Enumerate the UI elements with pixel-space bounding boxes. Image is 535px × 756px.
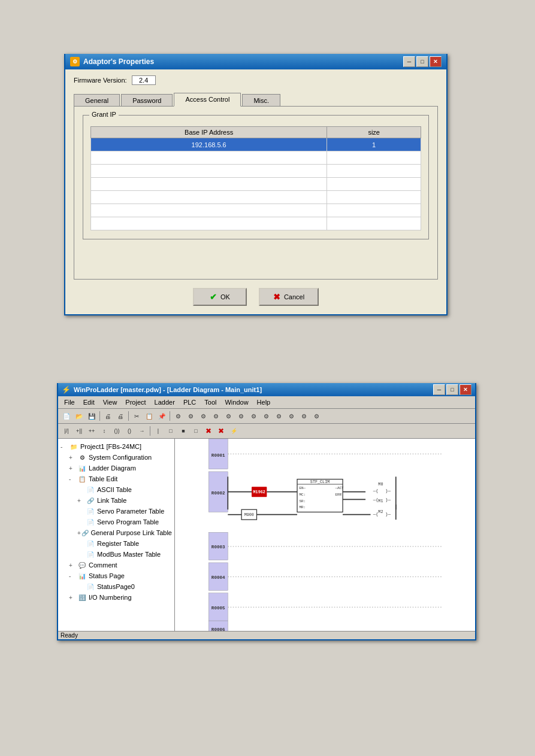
tb-b1[interactable]: ⚙ xyxy=(172,410,184,422)
tree-item-ascii[interactable]: 📄 ASCII Table xyxy=(76,484,173,495)
tab-access-control[interactable]: Access Control xyxy=(174,93,241,107)
tb-new[interactable]: 📄 xyxy=(61,410,72,422)
tree-item-register[interactable]: 📄 Register Table xyxy=(76,538,173,549)
menu-edit[interactable]: Edit xyxy=(80,397,98,407)
table-row[interactable] xyxy=(91,204,421,217)
winpro-restore-button[interactable]: □ xyxy=(446,384,458,395)
tb2-b8[interactable]: | xyxy=(152,425,164,437)
toolbar-row-1: 📄 📂 💾 🖨 🖨 ✂ 📋 📌 ⚙ ⚙ ⚙ ⚙ ⚙ ⚙ ⚙ ⚙ ⚙ ⚙ ⚙ ⚙ xyxy=(58,409,475,424)
tb2-b5[interactable]: ()) xyxy=(111,425,123,437)
table-row[interactable] xyxy=(91,165,421,178)
tree-icon: 📄 xyxy=(86,549,95,559)
tabs-row: General Password Access Control Misc. xyxy=(74,92,438,106)
svg-text:—(: —( xyxy=(373,488,379,493)
tb2-b3[interactable]: ++ xyxy=(86,425,98,437)
tb-print[interactable]: 🖨 xyxy=(102,410,114,422)
rung-r0005: R0005 xyxy=(208,593,442,621)
tb-b6[interactable]: ⚙ xyxy=(235,410,247,422)
cancel-button[interactable]: ✖ Cancel xyxy=(259,288,319,306)
tree-item-syscfg[interactable]: + ⚙ System Configuration xyxy=(68,452,173,463)
svg-text:)—: )— xyxy=(385,512,391,517)
menu-ladder[interactable]: Ladder xyxy=(151,397,179,407)
ip-cell xyxy=(91,151,327,165)
tb2-b9[interactable]: □ xyxy=(165,425,177,437)
menu-tool[interactable]: Tool xyxy=(201,397,220,407)
tb-b8[interactable]: ⚙ xyxy=(260,410,272,422)
tb-b5[interactable]: ⚙ xyxy=(222,410,234,422)
tree-icon: 🔢 xyxy=(77,593,87,602)
expand-icon: - xyxy=(69,573,77,579)
tb2-b10[interactable]: ■ xyxy=(177,425,189,437)
tb-cut[interactable]: ✂ xyxy=(131,410,143,422)
tb2-b7[interactable]: → xyxy=(136,425,148,437)
tree-item-modbus[interactable]: 📄 ModBus Master Table xyxy=(76,549,173,560)
menu-file[interactable]: File xyxy=(61,397,78,407)
tree-icon: 📊 xyxy=(77,571,87,581)
svg-text:)—: )— xyxy=(385,488,391,493)
tb-b10[interactable]: ⚙ xyxy=(285,410,297,422)
svg-text:MC:: MC: xyxy=(299,493,306,497)
tree-item-gp-link[interactable]: + 🔗 General Purpose Link Table xyxy=(76,527,173,538)
tree-item-link[interactable]: + 🔗 Link Table xyxy=(76,495,173,506)
expand-icon: + xyxy=(69,465,77,472)
dialog-window: ⚙ Adaptor's Properties ─ □ ✕ Firmware Ve… xyxy=(64,54,448,315)
tab-misc[interactable]: Misc. xyxy=(242,94,280,107)
menu-window[interactable]: Window xyxy=(221,397,252,407)
svg-text:)—: )— xyxy=(385,497,391,502)
tb-paste[interactable]: 📌 xyxy=(156,410,168,422)
tb-b2[interactable]: ⚙ xyxy=(185,410,197,422)
tb2-b6[interactable]: () xyxy=(123,425,135,437)
tb-print2[interactable]: 🖨 xyxy=(114,410,126,422)
tree-item-servo-prog[interactable]: 📄 Servo Program Table xyxy=(76,517,173,527)
winpro-minimize-button[interactable]: ─ xyxy=(433,384,445,395)
table-row[interactable] xyxy=(91,217,421,230)
menu-plc[interactable]: PLC xyxy=(180,397,200,407)
svg-text:STF_CLIM: STF_CLIM xyxy=(310,479,330,484)
menu-view[interactable]: View xyxy=(99,397,121,407)
ladder-area[interactable]: R0001 R0002 M1962 xyxy=(175,439,475,631)
table-row[interactable]: 192.168.5.6 1 xyxy=(91,138,421,151)
menu-help[interactable]: Help xyxy=(253,397,274,407)
tb2-b4[interactable]: ↕ xyxy=(98,425,110,437)
tb2-b11[interactable]: □ xyxy=(190,425,202,437)
tb-b7[interactable]: ⚙ xyxy=(247,410,259,422)
ok-button[interactable]: ✔ OK xyxy=(193,288,247,306)
tree-item-status-page[interactable]: - 📊 Status Page xyxy=(68,570,173,581)
tb-b3[interactable]: ⚙ xyxy=(197,410,209,422)
tab-general[interactable]: General xyxy=(74,94,120,107)
tab-password[interactable]: Password xyxy=(121,94,173,107)
svg-text:R0004: R0004 xyxy=(211,575,225,580)
tree-item-io-numbering[interactable]: + 🔢 I/O Numbering xyxy=(68,592,173,603)
tb-b4[interactable]: ⚙ xyxy=(210,410,222,422)
size-cell xyxy=(327,204,421,217)
table-row[interactable] xyxy=(91,151,421,165)
tree-item-comment[interactable]: + 💬 Comment xyxy=(68,560,173,570)
tb2-b1[interactable]: |/| xyxy=(61,425,72,437)
tb-b12[interactable]: ⚙ xyxy=(310,410,322,422)
minimize-button[interactable]: ─ xyxy=(403,56,415,67)
tree-item-statuspage0[interactable]: 📄 StatusPage0 xyxy=(76,581,173,592)
tree-label: ModBus Master Table xyxy=(97,551,161,558)
tb-copy[interactable]: 📋 xyxy=(143,410,155,422)
tb2-b13[interactable]: ⚡ xyxy=(228,425,240,437)
table-row[interactable] xyxy=(91,191,421,204)
size-cell xyxy=(327,178,421,191)
tb-open[interactable]: 📂 xyxy=(73,410,85,422)
tb-save[interactable]: 💾 xyxy=(86,410,98,422)
tree-item-ladder[interactable]: + 📊 Ladder Diagram xyxy=(68,463,173,473)
table-row[interactable] xyxy=(91,178,421,191)
tree-root[interactable]: - 📁 Project1 [FBs-24MC] xyxy=(59,441,173,452)
tb-b11[interactable]: ⚙ xyxy=(298,410,310,422)
tb2-delete[interactable]: ✖ xyxy=(202,425,214,437)
tb2-b12[interactable]: ✖ xyxy=(215,425,227,437)
restore-button[interactable]: □ xyxy=(416,56,428,67)
svg-text:SR:: SR: xyxy=(299,499,306,503)
winpro-close-button[interactable]: ✕ xyxy=(460,384,471,395)
tree-item-tableedit[interactable]: - 📋 Table Edit xyxy=(68,473,173,484)
close-button[interactable]: ✕ xyxy=(430,56,442,67)
menu-project[interactable]: Project xyxy=(122,397,149,407)
svg-text:—(: —( xyxy=(373,497,379,502)
tree-item-servo-param[interactable]: 📄 Servo Parameter Table xyxy=(76,506,173,517)
tb2-b2[interactable]: +|| xyxy=(73,425,85,437)
tb-b9[interactable]: ⚙ xyxy=(273,410,285,422)
